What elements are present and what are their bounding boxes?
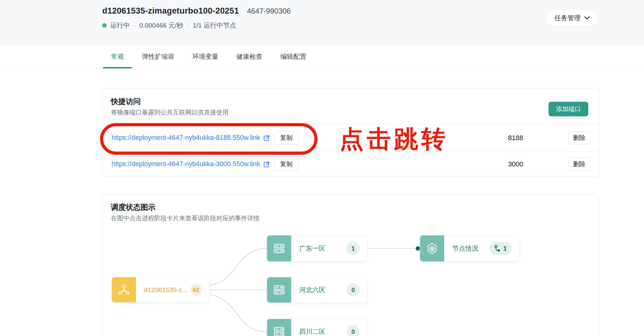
port-number: 8188 (508, 134, 523, 142)
port-rows: https://deployment-4647-nyb4ukka-8188.55… (102, 124, 599, 177)
tab-bar: 常规 弹性扩缩容 环境变量 健康检查 编辑配置 (0, 45, 644, 69)
branch-icon (494, 245, 501, 252)
status-price: 0.000466 元/秒 (139, 21, 183, 30)
add-port-button[interactable]: 添加端口 (549, 102, 588, 116)
node-label: d12061535-z... (144, 286, 187, 294)
node-label: 河北六区 (299, 286, 325, 294)
node-body: 节点情况 1 (444, 235, 519, 261)
cluster-icon (112, 277, 136, 302)
delete-port-button[interactable]: 删除 (568, 131, 590, 144)
node-count-badge: 0 (347, 283, 360, 296)
url-group: https://deployment-4647-nyb4ukka-8188.55… (112, 134, 270, 142)
node-label: 节点情况 (452, 244, 478, 253)
flow-node-zone-sichuan[interactable]: 四川二区 0 (267, 319, 367, 336)
title-row: d12061535-zimageturbo100-20251 4647-9903… (102, 6, 291, 16)
tab-label: 弹性扩缩容 (142, 52, 174, 61)
quick-access-subtitle: 将镜像端口暴露到公共互联网以供直接使用 (111, 108, 229, 117)
tab-autoscaling[interactable]: 弹性扩缩容 (134, 45, 182, 68)
node-count-badge: 62 (190, 284, 202, 296)
page-title: d12061535-zimageturbo100-20251 (102, 6, 239, 16)
chevron-down-icon (584, 16, 590, 20)
diagram-title: 调度状态图示 (111, 202, 156, 212)
tab-active-underline (103, 67, 132, 68)
port-row: https://deployment-4647-nyb4ukka-3000.55… (102, 151, 599, 177)
scheduling-diagram-card: 调度状态图示 在图中点击进程阶段卡片来查看该阶段对应的事件详情 (102, 194, 600, 336)
tab-label: 环境变量 (192, 52, 218, 61)
node-label: 四川二区 (299, 327, 325, 336)
node-status-badge: 1 (489, 242, 512, 255)
node-status-count: 1 (503, 245, 507, 252)
status-dot-icon (102, 23, 107, 28)
deployment-url-link[interactable]: https://deployment-4647-nyb4ukka-3000.55… (112, 160, 260, 168)
deployment-url-link[interactable]: https://deployment-4647-nyb4ukka-8188.55… (112, 134, 260, 142)
quick-access-title: 快捷访问 (111, 97, 141, 106)
delete-port-button[interactable]: 删除 (568, 157, 590, 171)
tab-label: 健康检查 (236, 52, 262, 61)
port-number: 3000 (508, 160, 523, 168)
node-count-badge: 0 (347, 325, 360, 336)
node-body: 广东一区 1 (291, 235, 367, 261)
tab-health-check[interactable]: 健康检查 (228, 45, 270, 68)
tab-label: 编辑配置 (280, 52, 306, 61)
copy-url-button[interactable]: 复制 (274, 157, 298, 171)
flow-node-status[interactable]: 节点情况 1 (420, 235, 519, 262)
tab-general[interactable]: 常规 (103, 45, 132, 68)
status-separator: · (187, 22, 189, 29)
deployment-id: 4647-990306 (247, 7, 291, 15)
tab-edit-config[interactable]: 编辑配置 (272, 45, 314, 68)
copy-url-button[interactable]: 复制 (274, 131, 298, 144)
status-row: 运行中 · 0.000466 元/秒 · 1/1 运行中节点 (102, 21, 236, 30)
external-link-icon[interactable] (263, 135, 270, 142)
node-body: 河北六区 0 (291, 277, 367, 303)
status-label: 运行中 (110, 21, 130, 30)
package-hexagon-icon (420, 235, 444, 261)
tab-label: 常规 (111, 52, 124, 61)
task-management-label: 任务管理 (554, 14, 580, 22)
node-label: 广东一区 (299, 244, 325, 253)
flow-node-zone-guangdong[interactable]: 广东一区 1 (267, 235, 367, 262)
quick-access-card: 快捷访问 将镜像端口暴露到公共互联网以供直接使用 添加端口 https://de… (102, 88, 600, 176)
task-management-button[interactable]: 任务管理 (545, 9, 599, 27)
page-header: d12061535-zimageturbo100-20251 4647-9903… (0, 0, 644, 45)
flow-node-source[interactable]: d12061535-z... 62 (112, 277, 210, 303)
port-row: https://deployment-4647-nyb4ukka-8188.55… (102, 124, 599, 151)
node-body: d12061535-z... 62 (136, 277, 209, 302)
status-separator: · (134, 22, 136, 29)
tab-env-vars[interactable]: 环境变量 (184, 45, 226, 68)
server-icon (267, 277, 291, 303)
flow-node-zone-hebei[interactable]: 河北六区 0 (267, 277, 367, 303)
server-icon (267, 319, 291, 336)
status-nodes: 1/1 运行中节点 (193, 21, 236, 30)
external-link-icon[interactable] (263, 161, 270, 168)
server-icon (267, 235, 291, 261)
diagram-subtitle: 在图中点击进程阶段卡片来查看该阶段对应的事件详情 (111, 214, 260, 222)
url-group: https://deployment-4647-nyb4ukka-3000.55… (112, 160, 270, 168)
node-count-badge: 1 (347, 242, 360, 255)
node-body: 四川二区 0 (291, 319, 367, 336)
